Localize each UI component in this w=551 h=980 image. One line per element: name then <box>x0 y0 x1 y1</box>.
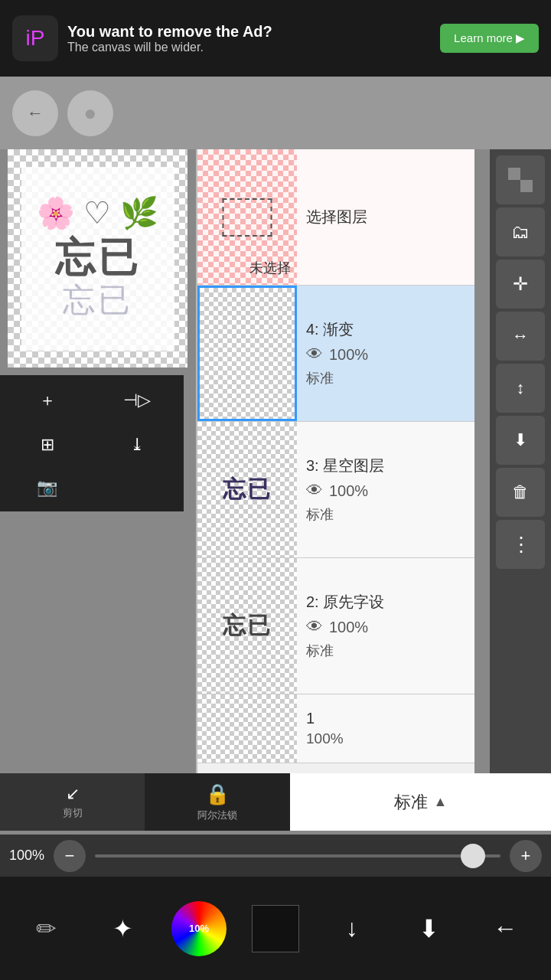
dashed-selection-box <box>223 198 272 237</box>
not-selected-label: 未选择 <box>249 259 291 277</box>
layer-thumb-3: 忘已 <box>197 422 297 557</box>
alpha-lock-label: 阿尔法锁 <box>197 808 237 822</box>
more-icon: ⋮ <box>511 533 530 557</box>
ad-logo-text: iP <box>26 26 45 51</box>
layer-name-select: 选择图层 <box>306 207 465 227</box>
move-icon: ✛ <box>513 273 528 295</box>
layer-item-4[interactable]: 4: 渐变 👁 100% 标准 <box>197 286 474 422</box>
layer-thumb-1 <box>197 694 297 763</box>
svg-rect-0 <box>508 168 520 180</box>
color-wheel-button[interactable]: 10% <box>168 898 230 959</box>
circle-button[interactable]: ● <box>67 90 113 136</box>
checkerboard-icon <box>508 168 533 192</box>
flip-v-button[interactable]: ↕ <box>496 364 545 413</box>
layer-mode-3: 标准 <box>306 505 465 524</box>
bottom-nav: ✏ ✦ 10% ↓ ⬇ ← <box>0 877 551 980</box>
canvas-art: 🌸 ♡ 🌿 忘已 忘已 <box>8 149 187 368</box>
layer-info-3: 3: 星空图层 👁 100% 标准 <box>297 422 474 557</box>
layer-item-select[interactable]: 未选择 选择图层 <box>197 149 474 286</box>
eye-icon-4[interactable]: 👁 <box>306 345 323 364</box>
zoom-slider-thumb[interactable] <box>461 844 485 868</box>
flip-button[interactable]: ⊣▷ <box>93 378 181 423</box>
ad-text: You want to remove the Ad? The canvas wi… <box>67 22 431 54</box>
download-button[interactable]: ⬇ <box>496 416 545 465</box>
circle-icon: ● <box>84 101 97 126</box>
layers-icon: 🗂 <box>511 221 530 243</box>
layer-opacity-row-3: 👁 100% <box>306 481 465 501</box>
layer-art-2: 忘已 <box>197 558 297 694</box>
right-sidebar: 🗂 ✛ ↔ ↕ ⬇ 🗑 ⋮ <box>490 149 551 777</box>
ad-logo: iP <box>12 15 58 61</box>
zoom-plus-button[interactable]: + <box>510 840 542 872</box>
zoom-minus-button[interactable]: − <box>54 840 86 872</box>
layer-thumb-2: 忘已 <box>197 558 297 694</box>
add-adjustment-button[interactable]: ⊞ <box>3 424 91 466</box>
art-decoration-top: 🌸 ♡ 🌿 <box>37 195 158 231</box>
back-nav-icon: ← <box>493 914 517 942</box>
blend-mode-label: 标准 <box>394 791 428 814</box>
eye-icon-3[interactable]: 👁 <box>306 481 323 501</box>
layer-name-2: 2: 原先字设 <box>306 592 465 612</box>
art-shadow-text: 忘已 <box>63 279 133 322</box>
zoom-percent-label: 100% <box>9 848 44 864</box>
zoom-slider-track[interactable] <box>95 854 500 858</box>
camera-button[interactable]: 📷 <box>3 467 91 508</box>
svg-rect-3 <box>508 180 520 192</box>
layer-info-2: 2: 原先字设 👁 100% 标准 <box>297 558 474 694</box>
layer-opacity-2: 100% <box>329 619 368 636</box>
share-nav-icon: ⬇ <box>419 914 439 943</box>
layer-info-1: 1 100% <box>297 694 474 763</box>
layer-opacity-row-4: 👁 100% <box>306 345 465 364</box>
alpha-lock-icon: 🔒 <box>205 782 230 806</box>
svg-rect-2 <box>520 168 533 180</box>
add-layer-button[interactable]: ＋ <box>3 378 91 423</box>
layer-info-4: 4: 渐变 👁 100% 标准 <box>297 286 474 421</box>
canvas-art-inner: 🌸 ♡ 🌿 忘已 忘已 <box>21 167 174 351</box>
trash-icon: 🗑 <box>512 482 529 502</box>
layer-thumb-select: 未选择 <box>197 149 297 285</box>
share-nav-button[interactable]: ⬇ <box>398 898 459 959</box>
alpha-lock-button[interactable]: 🔒 阿尔法锁 <box>145 773 289 831</box>
layer-item-1[interactable]: 1 100% <box>197 694 474 763</box>
back-nav-button[interactable]: ← <box>474 898 536 959</box>
checkerboard-button[interactable] <box>496 155 545 204</box>
brush-nav-button[interactable]: ✏ <box>15 898 77 959</box>
blend-mode-selector[interactable]: 标准 ▲ <box>290 773 551 831</box>
flip-v-icon: ↕ <box>517 378 525 398</box>
download-nav-icon: ↓ <box>346 914 358 942</box>
eye-icon-2[interactable]: 👁 <box>306 617 323 637</box>
more-button[interactable]: ⋮ <box>496 520 545 569</box>
layer-info-select: 选择图层 <box>297 149 474 285</box>
cut-button[interactable]: ↙ 剪切 <box>0 773 145 831</box>
blend-mode-arrow: ▲ <box>434 794 448 810</box>
foreground-color-swatch <box>252 905 299 952</box>
art-main-text: 忘已 <box>55 231 141 285</box>
top-toolbar: ← ● <box>0 77 551 149</box>
flip-h-button[interactable]: ↔ <box>496 312 545 361</box>
brush-icon: ✏ <box>36 914 57 943</box>
bottom-toolbar: ↙ 剪切 🔒 阿尔法锁 标准 ▲ <box>0 773 551 831</box>
layer-name-3: 3: 星空图层 <box>306 456 465 476</box>
foreground-color-button[interactable] <box>245 898 306 959</box>
layer-name-1: 1 <box>306 710 465 727</box>
layer-item-2[interactable]: 忘已 2: 原先字设 👁 100% 标准 <box>197 558 474 694</box>
layers-button[interactable]: 🗂 <box>496 207 545 256</box>
layer-art-text-2: 忘已 <box>223 610 272 642</box>
ad-banner: iP You want to remove the Ad? The canvas… <box>0 0 551 77</box>
download-nav-button[interactable]: ↓ <box>321 898 383 959</box>
color-percent: 10% <box>189 923 209 934</box>
cut-label: 剪切 <box>63 806 83 820</box>
layer-name-4: 4: 渐变 <box>306 319 465 340</box>
cut-icon: ↙ <box>66 784 80 804</box>
trash-button[interactable]: 🗑 <box>496 468 545 517</box>
flip-h-icon: ↔ <box>512 326 529 346</box>
magic-nav-button[interactable]: ✦ <box>92 898 153 959</box>
canvas-tools: ＋ ⊣▷ ⊞ ⤓ 📷 <box>0 375 184 511</box>
merge-down-button[interactable]: ⤓ <box>93 424 181 466</box>
layer-item-3[interactable]: 忘已 3: 星空图层 👁 100% 标准 <box>197 422 474 558</box>
back-button[interactable]: ← <box>12 90 58 136</box>
layer-opacity-row-2: 👁 100% <box>306 617 465 637</box>
color-wheel: 10% <box>171 901 227 956</box>
move-button[interactable]: ✛ <box>496 260 545 309</box>
ad-learn-more-button[interactable]: Learn more <box>440 24 539 53</box>
